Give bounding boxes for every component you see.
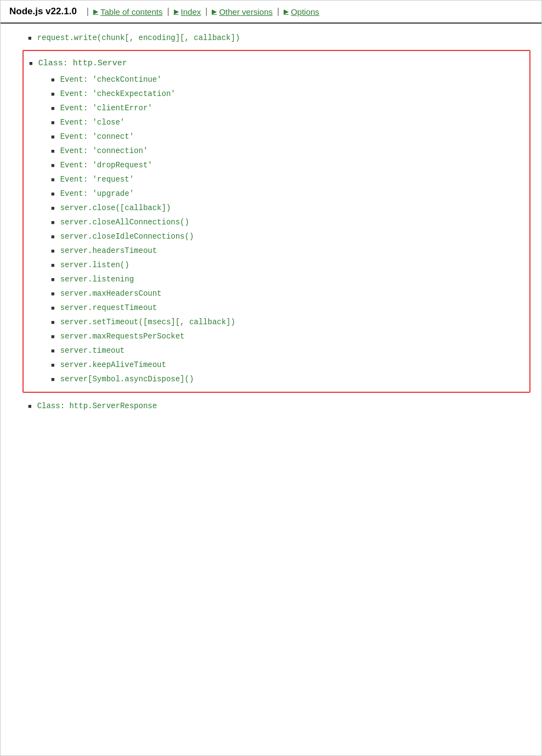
list-item: ■ server.maxRequestsPerSocket <box>51 329 524 343</box>
bullet-icon: ■ <box>51 290 55 297</box>
bullet-icon: ■ <box>51 262 55 268</box>
bullet-icon: ■ <box>28 403 32 409</box>
sep-4: | <box>277 7 279 16</box>
event-close-link[interactable]: Event: 'close' <box>60 118 125 127</box>
list-item: ■ server.closeAllConnections() <box>51 215 524 229</box>
server-maxheaderscount-link[interactable]: server.maxHeadersCount <box>60 289 162 298</box>
bullet-icon: ■ <box>51 205 55 211</box>
server-closeidleconnections-link[interactable]: server.closeIdleConnections() <box>60 232 194 241</box>
nav-table-of-contents[interactable]: ▶ Table of contents <box>93 7 162 16</box>
server-closeallconnections-link[interactable]: server.closeAllConnections() <box>60 218 189 227</box>
sep-1: | <box>87 7 89 16</box>
server-close-link[interactable]: server.close([callback]) <box>60 204 171 212</box>
list-item: ■ server.keepAliveTimeout <box>51 358 524 372</box>
event-request-link[interactable]: Event: 'request' <box>60 175 134 184</box>
list-item: ■ Event: 'connect' <box>51 129 524 144</box>
list-item: ■ Event: 'upgrade' <box>51 187 524 201</box>
server-maxrequestspersocket-link[interactable]: server.maxRequestsPerSocket <box>60 332 185 341</box>
sep-2: | <box>167 7 169 16</box>
bullet-icon: ■ <box>51 347 55 354</box>
header-nav: Node.js v22.1.0 | ▶ Table of contents | … <box>1 1 541 24</box>
list-item: ■ Event: 'clientError' <box>51 101 524 115</box>
bullet-icon: ■ <box>51 76 55 83</box>
class-bullet-icon: ■ <box>29 60 33 66</box>
sub-items-list: ■ Event: 'checkContinue' ■ Event: 'check… <box>29 72 524 386</box>
list-item: ■ Event: 'dropRequest' <box>51 158 524 172</box>
page-title: Node.js v22.1.0 <box>9 6 77 17</box>
list-item: ■ Event: 'checkContinue' <box>51 72 524 87</box>
bullet-icon: ■ <box>51 376 55 382</box>
event-checkexpectation-link[interactable]: Event: 'checkExpectation' <box>60 89 176 98</box>
bullet-icon: ■ <box>28 35 32 41</box>
event-connection-link[interactable]: Event: 'connection' <box>60 146 148 155</box>
server-headerstimeout-link[interactable]: server.headersTimeout <box>60 246 157 255</box>
list-item: ■ server[Symbol.asyncDispose]() <box>51 372 524 386</box>
list-item: ■ server.closeIdleConnections() <box>51 229 524 244</box>
list-item: ■ server.listening <box>51 272 524 286</box>
bullet-icon: ■ <box>51 119 55 126</box>
bullet-icon: ■ <box>51 362 55 368</box>
bullet-icon: ■ <box>51 247 55 254</box>
event-droprequest-link[interactable]: Event: 'dropRequest' <box>60 161 153 170</box>
bullet-icon: ■ <box>51 105 55 111</box>
nav-options[interactable]: ▶ Options <box>284 7 319 16</box>
event-clienterror-link[interactable]: Event: 'clientError' <box>60 104 153 112</box>
arrow-toc-icon: ▶ <box>93 8 98 15</box>
list-item: ■ server.listen() <box>51 258 524 272</box>
nav-index[interactable]: ▶ Index <box>174 7 201 16</box>
server-keepalivetimeout-link[interactable]: server.keepAliveTimeout <box>60 360 166 369</box>
bullet-icon: ■ <box>51 219 55 225</box>
request-write-link[interactable]: request.write(chunk[, encoding][, callba… <box>37 33 240 42</box>
server-listen-link[interactable]: server.listen() <box>60 261 129 269</box>
list-item: ■ Event: 'close' <box>51 115 524 129</box>
list-item: ■ server.headersTimeout <box>51 244 524 258</box>
server-timeout-link[interactable]: server.timeout <box>60 346 125 355</box>
list-item: ■ server.maxHeadersCount <box>51 286 524 301</box>
server-requesttimeout-link[interactable]: server.requestTimeout <box>60 303 157 312</box>
bullet-icon: ■ <box>51 276 55 283</box>
list-item: ■ Event: 'request' <box>51 172 524 187</box>
event-upgrade-link[interactable]: Event: 'upgrade' <box>60 189 134 198</box>
bullet-icon: ■ <box>51 133 55 140</box>
page-container: Node.js v22.1.0 | ▶ Table of contents | … <box>0 0 542 756</box>
bullet-icon: ■ <box>51 333 55 340</box>
server-listening-link[interactable]: server.listening <box>60 275 134 284</box>
bullet-icon: ■ <box>51 304 55 311</box>
sep-3: | <box>205 7 207 16</box>
list-item: ■ server.requestTimeout <box>51 301 524 315</box>
bullet-icon: ■ <box>51 148 55 154</box>
arrow-index-icon: ▶ <box>174 8 179 15</box>
list-item: ■ Event: 'connection' <box>51 144 524 158</box>
bullet-icon: ■ <box>51 176 55 183</box>
list-item: ■ server.close([callback]) <box>51 201 524 215</box>
arrow-options-icon: ▶ <box>284 8 289 15</box>
class-http-server-link[interactable]: Class: http.Server <box>38 59 127 68</box>
highlight-box: ■ Class: http.Server ■ Event: 'checkCont… <box>22 50 530 393</box>
bullet-icon: ■ <box>51 319 55 325</box>
bullet-icon: ■ <box>51 91 55 97</box>
main-content: ■ request.write(chunk[, encoding][, call… <box>1 24 541 425</box>
nav-other-versions[interactable]: ▶ Other versions <box>212 7 273 16</box>
server-settimeout-link[interactable]: server.setTimeout([msecs][, callback]) <box>60 318 235 326</box>
bottom-list-item: ■ Class: http.ServerResponse <box>12 397 530 414</box>
list-item: ■ server.timeout <box>51 343 524 358</box>
class-http-serverresponse-link[interactable]: Class: http.ServerResponse <box>37 402 157 410</box>
bullet-icon: ■ <box>51 233 55 240</box>
bullet-icon: ■ <box>51 162 55 168</box>
top-list-item: ■ request.write(chunk[, encoding][, call… <box>12 30 530 46</box>
event-connect-link[interactable]: Event: 'connect' <box>60 132 134 141</box>
arrow-versions-icon: ▶ <box>212 8 217 15</box>
bullet-icon: ■ <box>51 190 55 197</box>
list-item: ■ Event: 'checkExpectation' <box>51 87 524 101</box>
server-symbol-asyncdispose-link[interactable]: server[Symbol.asyncDispose]() <box>60 375 194 383</box>
class-header: ■ Class: http.Server <box>29 57 524 72</box>
event-checkcontinue-link[interactable]: Event: 'checkContinue' <box>60 75 162 84</box>
list-item: ■ server.setTimeout([msecs][, callback]) <box>51 315 524 329</box>
